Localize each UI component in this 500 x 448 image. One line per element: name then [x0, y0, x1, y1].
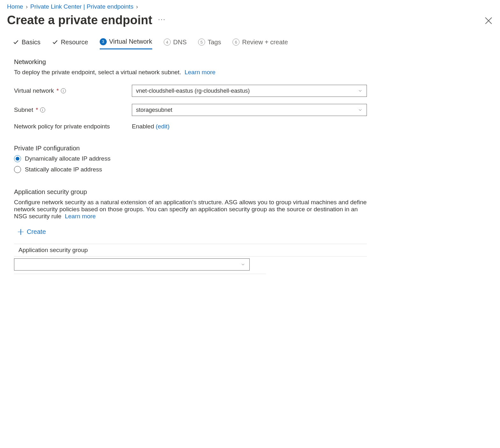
network-policy-edit-link[interactable]: (edit)	[156, 123, 169, 130]
section-heading-networking: Networking	[14, 58, 367, 66]
asg-select[interactable]	[14, 258, 250, 271]
tab-label: Review + create	[242, 39, 288, 46]
subnet-label: Subnet* i	[14, 106, 132, 113]
chevron-down-icon	[358, 88, 363, 93]
breadcrumb: Home › Private Link Center | Private end…	[7, 3, 493, 10]
plus-icon	[18, 229, 24, 235]
chevron-right-icon: ›	[136, 3, 138, 10]
asg-column-header: Application security group	[14, 244, 367, 256]
section-heading-asg: Application security group	[14, 188, 367, 196]
network-policy-label: Network policy for private endpoints	[14, 123, 132, 130]
virtual-network-value: vnet-cloudshell-eastus (rg-cloudshell-ea…	[136, 88, 250, 94]
networking-learn-more-link[interactable]: Learn more	[184, 69, 215, 76]
radio-dynamic-ip[interactable]: Dynamically allocate IP address	[14, 155, 367, 162]
tab-label: DNS	[173, 39, 187, 46]
network-policy-value: Enabled	[132, 123, 154, 130]
virtual-network-select[interactable]: vnet-cloudshell-eastus (rg-cloudshell-ea…	[132, 85, 367, 97]
tab-label: Virtual Network	[109, 38, 152, 45]
chevron-right-icon: ›	[26, 3, 28, 10]
asg-learn-more-link[interactable]: Learn more	[65, 213, 96, 220]
radio-icon	[14, 166, 21, 173]
tab-label: Tags	[208, 39, 221, 46]
check-icon	[13, 39, 19, 45]
wizard-tabs: Basics Resource 3 Virtual Network 4 DNS …	[7, 38, 493, 49]
info-icon[interactable]: i	[61, 88, 66, 93]
section-heading-ipconfig: Private IP configuration	[14, 145, 367, 152]
virtual-network-label: Virtual network* i	[14, 87, 132, 94]
tab-dns[interactable]: 4 DNS	[164, 39, 187, 49]
asg-create-button[interactable]: Create	[18, 228, 46, 235]
check-icon	[52, 39, 58, 45]
asg-table: Application security group	[14, 244, 367, 257]
step-number-icon: 6	[232, 39, 239, 46]
page-title: Create a private endpoint	[7, 13, 152, 27]
tab-resource[interactable]: Resource	[52, 39, 88, 49]
tab-virtual-network[interactable]: 3 Virtual Network	[100, 38, 152, 49]
subnet-select[interactable]: storagesubnet	[132, 104, 367, 116]
radio-icon	[14, 155, 21, 162]
breadcrumb-private-link-center[interactable]: Private Link Center | Private endpoints	[30, 3, 133, 10]
step-number-icon: 5	[198, 39, 205, 46]
more-actions-icon[interactable]: ···	[158, 15, 166, 25]
info-icon[interactable]: i	[40, 107, 45, 112]
step-number-icon: 3	[100, 38, 107, 45]
tab-tags[interactable]: 5 Tags	[198, 39, 221, 49]
close-icon[interactable]	[484, 16, 493, 25]
breadcrumb-home[interactable]: Home	[7, 3, 23, 10]
chevron-down-icon	[240, 262, 246, 267]
asg-description: Configure network security as a natural …	[14, 199, 367, 220]
chevron-down-icon	[358, 107, 363, 112]
tab-label: Resource	[61, 39, 88, 46]
asg-create-label: Create	[27, 228, 46, 235]
subnet-value: storagesubnet	[136, 107, 172, 113]
radio-label: Dynamically allocate IP address	[25, 155, 111, 162]
step-number-icon: 4	[164, 39, 171, 46]
tab-basics[interactable]: Basics	[13, 39, 40, 49]
radio-static-ip[interactable]: Statically allocate IP address	[14, 166, 367, 173]
networking-description: To deploy the private endpoint, select a…	[14, 69, 367, 76]
tab-review-create[interactable]: 6 Review + create	[232, 39, 288, 49]
tab-label: Basics	[22, 39, 40, 46]
radio-label: Statically allocate IP address	[25, 166, 102, 173]
